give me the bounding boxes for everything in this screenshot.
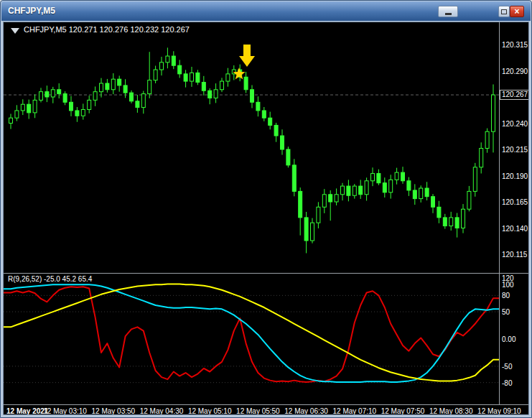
price-axis-label: 120.190 <box>502 172 528 180</box>
title-bar[interactable]: CHFJPY,M5 × <box>1 1 531 21</box>
chart-canvas[interactable] <box>4 22 529 415</box>
time-axis-label: 12 May 03:50 <box>91 407 135 415</box>
time-axis-date-label: 12 May 2021 <box>6 407 48 415</box>
price-axis-label: 120.290 <box>502 68 528 75</box>
oscillator-axis-label: 50 <box>502 308 510 316</box>
restore-button[interactable] <box>498 6 510 17</box>
time-axis-label: 12 May 05:50 <box>236 407 280 415</box>
time-axis-label: 12 May 08:30 <box>429 407 473 415</box>
down-arrow-annotation <box>239 45 255 67</box>
oscillator-axis-label: 80 <box>502 292 510 299</box>
price-axis-label: 120.315 <box>502 41 528 49</box>
time-axis-label: 12 May 09:10 <box>477 407 521 415</box>
minimize-button[interactable] <box>438 6 458 17</box>
close-icon: × <box>514 6 519 17</box>
symbol-ohlc-label: CHFJPY,M5 120.271 120.276 120.232 120.26… <box>24 25 190 34</box>
current-price-label: 120.267 <box>500 90 529 100</box>
time-axis-label: 12 May 07:50 <box>381 407 425 415</box>
oscillator-axis-label: -50 <box>502 363 512 371</box>
time-axis-label: 12 May 05:10 <box>188 407 232 415</box>
window-title: CHFJPY,M5 <box>8 6 55 16</box>
price-axis-label: 120.165 <box>502 198 528 206</box>
chart-area[interactable]: CHFJPY,M5 120.271 120.276 120.232 120.26… <box>3 22 529 415</box>
oscillator-axis-label: -80 <box>502 379 512 387</box>
close-button[interactable]: × <box>510 6 524 17</box>
oscillator-axis-label: 0.00 <box>502 335 515 343</box>
indicator-label: R(9,26,52) -25.0 45.2 65.4 <box>8 275 92 283</box>
one-click-trading-icon[interactable] <box>11 28 19 34</box>
price-axis-label: 120.215 <box>502 146 528 154</box>
time-axis-label: 12 May 03:10 <box>43 407 87 415</box>
price-axis-label: 120.140 <box>502 225 528 233</box>
oscillator-axis-label: 100 <box>502 281 514 289</box>
time-axis-label: 12 May 04:30 <box>140 407 184 415</box>
time-axis-label: 12 May 06:30 <box>284 407 328 415</box>
minimize-icon <box>445 13 452 15</box>
restore-icon <box>501 9 507 14</box>
mt4-chart-window: CHFJPY,M5 × CHFJPY,M5 120.271 120.276 12… <box>0 0 532 418</box>
price-axis-label: 120.240 <box>502 120 528 128</box>
time-axis-label: 12 May 07:10 <box>332 407 376 415</box>
price-axis-label: 120.115 <box>502 251 527 259</box>
star-annotation <box>233 68 245 79</box>
